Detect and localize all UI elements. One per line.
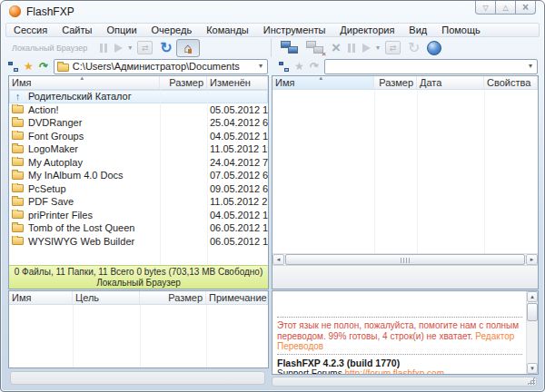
column-header-size[interactable]: Размер (374, 76, 417, 89)
local-favorites-button[interactable]: ★ (24, 61, 34, 72)
queue-panel: Имя Цель Размер Примечание (8, 290, 269, 368)
site-tree-button[interactable] (8, 62, 18, 72)
remote-path-combo[interactable]: ▾ (324, 59, 538, 74)
column-header-size[interactable]: Размер (140, 291, 206, 304)
play-icon (362, 44, 371, 53)
refresh-button[interactable]: ↻ (157, 39, 174, 57)
column-divider (207, 90, 208, 265)
remote-site-tree-button[interactable] (279, 62, 289, 72)
column-divider (484, 90, 485, 253)
local-status-bar: 0 Файлы, 11 Папки, 11 Всего 0 bytes (703… (9, 265, 268, 289)
support-forums-link[interactable]: http://forum.flashfxp.com (344, 368, 444, 375)
file-date: 25.04.2012 6:13 (207, 117, 268, 128)
connect-button[interactable] (278, 39, 302, 57)
pause-button[interactable] (97, 39, 110, 57)
file-row[interactable]: priPrinter Files04.05.2012 16:47 (9, 209, 268, 222)
scrollbar-thumb[interactable] (527, 303, 538, 321)
scroll-down-icon[interactable]: ▾ (527, 363, 538, 374)
column-header-name[interactable]: Имя (9, 291, 73, 304)
menu-item[interactable]: Команды (199, 24, 256, 36)
column-divider (160, 90, 161, 265)
resize-grip[interactable] (527, 377, 535, 385)
menu-bar: СессияСайтыОпцииОчередьКомандыИнструмент… (5, 23, 540, 37)
remote-favorites-button[interactable]: ★ (294, 61, 304, 72)
column-header-attribs[interactable]: Свойства (484, 76, 538, 89)
remote-browser-panel: Имя ▴ Размер Дата Свойства ◂ ▸ (272, 75, 539, 289)
scroll-left-icon[interactable]: ◂ (272, 254, 284, 265)
local-list-header: Имя ▴ Размер Изменён (9, 76, 268, 90)
file-row[interactable]: DVDRanger25.04.2012 6:13 (9, 116, 268, 130)
folder-icon (12, 224, 24, 232)
combo-dropdown-icon[interactable]: ▾ (259, 63, 263, 70)
web-button[interactable] (424, 39, 444, 57)
column-header-size[interactable]: Размер (160, 76, 207, 89)
menu-item[interactable]: Сайты (54, 24, 99, 36)
file-name: PDF Save (28, 196, 74, 207)
disconnect-button[interactable]: × (303, 39, 327, 57)
menu-item[interactable]: Очередь (144, 24, 200, 36)
local-path-bar: ★ ↷ C:\Users\Администратор\Documents ▾ (5, 58, 270, 74)
home-button[interactable]: ⌂ (176, 39, 200, 57)
menu-item[interactable]: Опции (99, 24, 144, 36)
path-row: ★ ↷ C:\Users\Администратор\Documents ▾ ★… (5, 58, 540, 74)
combo-dropdown-icon[interactable]: ▾ (529, 63, 532, 70)
log-output[interactable]: Этот язык не полон, пожалуйста, помогите… (272, 291, 526, 374)
file-name: Tomb of the Lost Queen (28, 222, 134, 233)
folder-icon (12, 145, 24, 153)
abort-button[interactable]: × (329, 39, 343, 57)
file-row[interactable]: LogoMaker11.05.2012 19:54 (9, 142, 268, 156)
start-dropdown-arrow[interactable]: ▾ (128, 44, 132, 52)
file-name: Родительский Каталог (28, 91, 132, 102)
play-icon (114, 44, 123, 53)
scroll-up-icon[interactable]: ▴ (527, 291, 538, 302)
file-row[interactable]: PDF Save11.05.2012 23:10 (9, 195, 268, 209)
local-path-combo[interactable]: C:\Users\Администратор\Documents ▾ (54, 59, 268, 74)
title-bar[interactable]: FlashFXP (1, 1, 544, 22)
column-header-note[interactable]: Примечание (206, 291, 268, 304)
remote-pause-button[interactable] (345, 39, 358, 57)
minimize-button[interactable]: ▽ (475, 1, 496, 15)
tree-view-icon (279, 62, 289, 72)
remote-toolbar: × × ▾ ⇄ ↻ (271, 38, 540, 57)
remote-goto-button[interactable]: ↷ (308, 60, 320, 73)
scroll-right-icon[interactable]: ▸ (526, 254, 538, 265)
file-row[interactable]: PcSetup09.05.2012 6:51 (9, 182, 268, 196)
start-button[interactable] (112, 39, 125, 57)
transfer-button[interactable]: ⇄ (134, 39, 155, 57)
local-browser-panel: Имя ▴ Размер Изменён ↑Родительский Катал… (8, 75, 269, 289)
remote-horizontal-scrollbar[interactable]: ◂ ▸ (272, 253, 538, 265)
app-icon (9, 5, 21, 17)
remote-start-dropdown-arrow[interactable]: ▾ (376, 44, 380, 52)
file-row[interactable]: Tomb of the Lost Queen06.05.2012 18:26 (9, 221, 268, 235)
maximize-button[interactable]: △ (495, 1, 516, 15)
folder-icon (12, 105, 24, 113)
remote-transfer-button[interactable]: ⇄ (382, 39, 403, 57)
file-row[interactable]: My InAlbum 4.0 Docs07.05.2012 6:14 (9, 169, 268, 182)
column-header-date[interactable]: Дата (417, 76, 484, 89)
file-row[interactable]: Action!05.05.2012 13:47 (9, 103, 268, 117)
column-header-name[interactable]: Имя ▴ (272, 76, 374, 89)
log-vertical-scrollbar[interactable]: ▴ ▾ (526, 291, 538, 374)
queue-status-bar (10, 371, 265, 385)
scrollbar-thumb[interactable] (285, 254, 525, 265)
transfer-icon: ⇄ (385, 41, 401, 54)
sort-asc-icon: ▴ (320, 76, 323, 82)
queue-list-header: Имя Цель Размер Примечание (9, 291, 268, 305)
close-button[interactable]: × (515, 1, 536, 15)
column-header-modified[interactable]: Изменён (207, 76, 268, 89)
file-row[interactable]: WYSIWYG Web Builder06.05.2012 12:37 (9, 235, 268, 249)
column-header-name[interactable]: Имя ▴ (9, 76, 160, 89)
menu-item[interactable]: Помощь (434, 24, 488, 36)
file-row[interactable]: ↑Родительский Каталог (9, 90, 268, 103)
remote-start-button[interactable] (360, 39, 373, 57)
menu-item[interactable]: Вид (401, 24, 434, 36)
menu-item[interactable]: Директория (332, 24, 401, 36)
local-goto-button[interactable]: ↷ (37, 60, 49, 73)
menu-item[interactable]: Сессия (6, 24, 54, 36)
app-version-text: FlashFXP 4.2.3 (build 1770) (277, 358, 522, 368)
column-header-target[interactable]: Цель (73, 291, 140, 304)
menu-item[interactable]: Инструменты (256, 24, 333, 36)
file-row[interactable]: Font Groups04.05.2012 19:30 (9, 130, 268, 143)
remote-refresh-button[interactable]: ↻ (405, 39, 422, 57)
file-row[interactable]: My Autoplay24.04.2012 7:32 (9, 156, 268, 170)
